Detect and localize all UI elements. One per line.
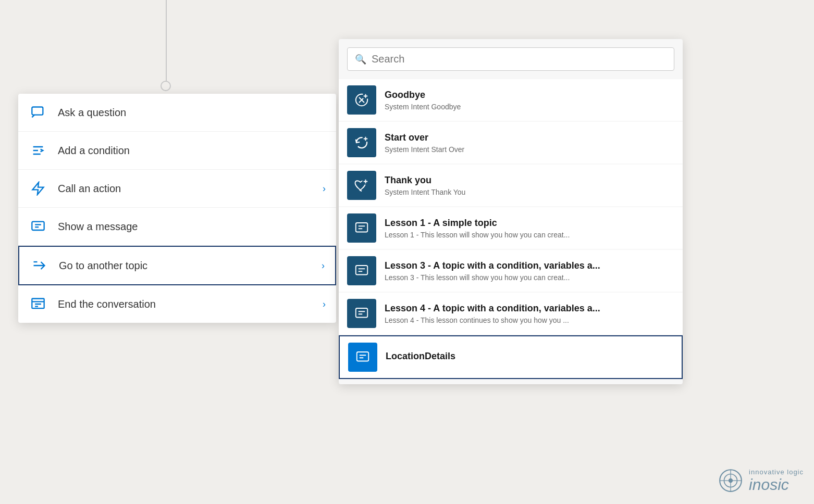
menu-item-ask-question[interactable]: Ask a question xyxy=(18,94,336,132)
watermark: innovative logic inosic xyxy=(718,468,804,494)
svg-rect-0 xyxy=(32,107,43,115)
chat-icon xyxy=(29,103,47,122)
topic-desc-lesson3: Lesson 3 - This lesson will show you how… xyxy=(385,273,674,282)
search-bar[interactable]: 🔍 xyxy=(347,47,674,71)
topic-text-goodbye: Goodbye System Intent Goodbye xyxy=(385,90,674,111)
topic-text-lesson3: Lesson 3 - A topic with a condition, var… xyxy=(385,260,674,282)
topic-title-location-details: LocationDetails xyxy=(386,351,673,362)
topic-icon-start-over xyxy=(347,128,376,157)
svg-rect-23 xyxy=(357,352,369,361)
menu-label-ask-question: Ask a question xyxy=(58,107,326,119)
topic-item-thank-you[interactable]: Thank you System Intent Thank You xyxy=(339,165,683,206)
svg-marker-2 xyxy=(33,182,44,194)
topic-panel: 🔍 Goodbye System Intent Goodbye xyxy=(339,39,683,384)
topic-text-lesson4: Lesson 4 - A topic with a condition, var… xyxy=(385,303,674,324)
topic-icon-lesson4 xyxy=(347,299,376,328)
topic-desc-lesson1: Lesson 1 - This lesson will show you how… xyxy=(385,231,674,239)
topic-title-lesson3: Lesson 3 - A topic with a condition, var… xyxy=(385,260,674,271)
svg-rect-14 xyxy=(356,223,368,232)
chevron-right-goto-icon: › xyxy=(322,260,325,271)
topic-item-location-details[interactable]: LocationDetails xyxy=(339,335,683,379)
topic-desc-lesson4: Lesson 4 - This lesson continues to show… xyxy=(385,316,674,324)
message-icon xyxy=(29,217,47,236)
chevron-right-icon: › xyxy=(323,183,326,194)
topic-desc-goodbye: System Intent Goodbye xyxy=(385,103,674,111)
search-icon: 🔍 xyxy=(355,54,366,65)
menu-label-goto-topic: Go to another topic xyxy=(59,260,322,272)
context-menu: Ask a question Add a condition Call an a… xyxy=(18,94,336,323)
action-icon xyxy=(29,179,47,198)
topic-title-lesson4: Lesson 4 - A topic with a condition, var… xyxy=(385,303,674,314)
topic-item-lesson1[interactable]: Lesson 1 - A simple topic Lesson 1 - Thi… xyxy=(339,207,683,249)
topic-item-lesson3[interactable]: Lesson 3 - A topic with a condition, var… xyxy=(339,250,683,292)
search-input[interactable] xyxy=(372,53,667,65)
topic-desc-thank-you: System Intent Thank You xyxy=(385,188,674,196)
svg-rect-20 xyxy=(356,308,368,318)
menu-item-add-condition[interactable]: Add a condition xyxy=(18,132,336,170)
connector-line xyxy=(166,0,167,86)
topic-title-thank-you: Thank you xyxy=(385,175,674,186)
watermark-subtext: innovative logic xyxy=(749,468,804,476)
topic-icon-lesson1 xyxy=(347,213,376,243)
inosic-logo-icon xyxy=(718,468,744,494)
topic-title-start-over: Start over xyxy=(385,132,674,143)
topic-desc-start-over: System Intent Start Over xyxy=(385,145,674,154)
topic-title-lesson1: Lesson 1 - A simple topic xyxy=(385,218,674,229)
svg-rect-3 xyxy=(32,222,44,230)
topic-icon-thank-you xyxy=(347,171,376,200)
condition-icon xyxy=(29,141,47,160)
end-icon xyxy=(29,295,47,313)
menu-label-call-action: Call an action xyxy=(58,183,323,195)
watermark-text-block: innovative logic inosic xyxy=(749,468,804,494)
watermark-brand: inosic xyxy=(749,476,804,494)
goto-icon xyxy=(30,256,48,275)
topic-icon-location-details xyxy=(348,343,377,372)
topic-item-goodbye[interactable]: Goodbye System Intent Goodbye xyxy=(339,79,683,121)
topic-title-goodbye: Goodbye xyxy=(385,90,674,100)
topic-text-thank-you: Thank you System Intent Thank You xyxy=(385,175,674,196)
connector-circle xyxy=(161,81,171,91)
menu-item-show-message[interactable]: Show a message xyxy=(18,208,336,246)
svg-rect-17 xyxy=(356,266,368,275)
topic-list[interactable]: Goodbye System Intent Goodbye Start over… xyxy=(339,75,683,384)
topic-text-lesson1: Lesson 1 - A simple topic Lesson 1 - Thi… xyxy=(385,218,674,239)
topic-item-lesson4[interactable]: Lesson 4 - A topic with a condition, var… xyxy=(339,293,683,334)
menu-item-call-action[interactable]: Call an action › xyxy=(18,170,336,208)
menu-item-goto-topic[interactable]: Go to another topic › xyxy=(18,246,336,285)
topic-item-start-over[interactable]: Start over System Intent Start Over xyxy=(339,122,683,163)
topic-icon-lesson3 xyxy=(347,256,376,285)
topic-text-location-details: LocationDetails xyxy=(386,351,673,364)
chevron-right-end-icon: › xyxy=(323,299,326,310)
menu-label-add-condition: Add a condition xyxy=(58,145,326,157)
topic-icon-goodbye xyxy=(347,85,376,115)
topic-text-start-over: Start over System Intent Start Over xyxy=(385,132,674,154)
menu-item-end-conversation[interactable]: End the conversation › xyxy=(18,285,336,323)
menu-label-show-message: Show a message xyxy=(58,221,326,233)
menu-label-end-conversation: End the conversation xyxy=(58,298,323,310)
